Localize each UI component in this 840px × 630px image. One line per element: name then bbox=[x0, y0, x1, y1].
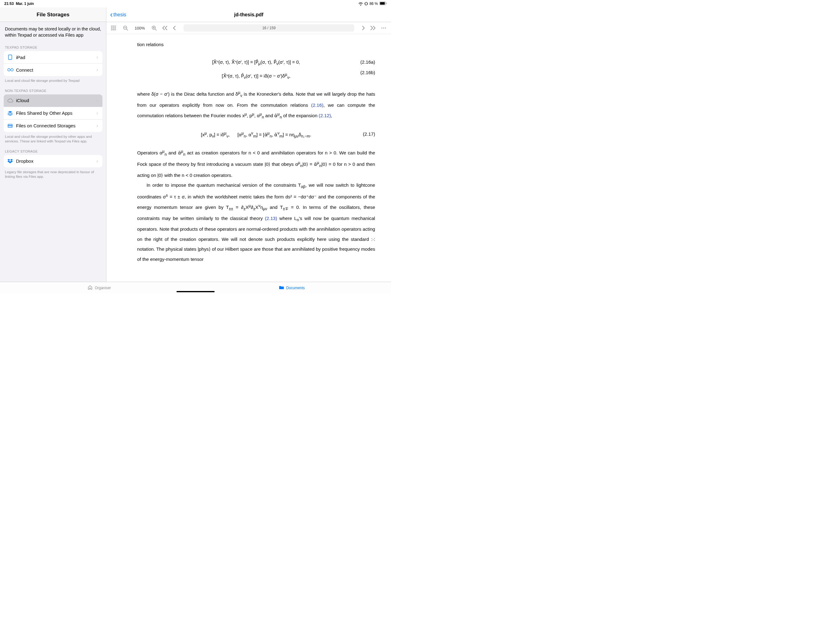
tab-label: Organiser bbox=[95, 286, 111, 290]
sidebar-item-dropbox[interactable]: Dropbox › bbox=[4, 155, 103, 167]
sidebar-item-label: Connect bbox=[16, 67, 96, 73]
equation-line: [X̂ᵘ(σ, τ), P̂ν(σ′, τ)] = iδ(σ − σ′)δµν, bbox=[137, 70, 375, 82]
document-title: jd-thesis.pdf bbox=[234, 12, 263, 17]
sync-icon bbox=[364, 2, 368, 6]
sidebar-title: File Storages bbox=[0, 7, 106, 22]
chevron-right-icon: › bbox=[96, 158, 98, 164]
svg-rect-2 bbox=[386, 2, 387, 4]
sidebar-item-label: Files on Connected Storages bbox=[16, 123, 96, 128]
dropbox-icon bbox=[7, 159, 16, 164]
cloud-icon bbox=[7, 98, 16, 103]
equation-block-216: [X̂ᵘ(σ, τ), X̂ᵛ(σ′, τ)] = [P̂µ(σ, τ), P̂… bbox=[137, 57, 375, 82]
tab-organiser[interactable]: Organiser bbox=[3, 285, 196, 291]
equation-line: [xµ, pν] = iδµν, [αµn, ανm] = [ᾱµn, ᾱνm]… bbox=[137, 129, 375, 141]
svg-point-24 bbox=[381, 27, 382, 28]
chevron-right-icon: › bbox=[96, 67, 98, 73]
pdf-paragraph: where δ(σ − σ′) is the Dirac delta funct… bbox=[137, 89, 375, 122]
zoom-level[interactable]: 100% bbox=[133, 26, 147, 30]
svg-rect-13 bbox=[115, 27, 116, 28]
sidebar-item-icloud[interactable]: iCloud › bbox=[4, 95, 103, 107]
svg-rect-15 bbox=[113, 29, 114, 30]
svg-rect-16 bbox=[115, 29, 116, 30]
svg-point-26 bbox=[385, 27, 386, 28]
back-button[interactable]: ‹ thesis bbox=[110, 12, 126, 17]
sidebar: File Storages Documents may be stored lo… bbox=[0, 7, 106, 282]
page-indicator[interactable]: 16 / 159 bbox=[183, 24, 354, 32]
chevron-right-icon: › bbox=[96, 98, 98, 103]
equation-number: (2.17) bbox=[363, 129, 375, 139]
svg-point-25 bbox=[383, 27, 384, 28]
folder-icon bbox=[279, 285, 284, 290]
prev-page-button[interactable] bbox=[171, 24, 177, 32]
ref-link[interactable]: (2.13) bbox=[265, 216, 277, 221]
svg-point-5 bbox=[8, 69, 10, 71]
ipad-icon bbox=[7, 54, 16, 60]
sidebar-item-files-connected[interactable]: Files on Connected Storages › bbox=[4, 120, 103, 132]
pdf-toolbar: 100% 16 / 159 bbox=[106, 22, 391, 34]
sidebar-item-label: Files Shared by Other Apps bbox=[16, 111, 96, 116]
tab-documents[interactable]: Documents bbox=[196, 285, 388, 290]
svg-rect-9 bbox=[113, 25, 114, 27]
section-header-nontexpad: NON-TEXPAD STORAGE bbox=[0, 83, 106, 95]
connect-icon bbox=[7, 68, 16, 72]
zoom-in-button[interactable] bbox=[150, 24, 158, 32]
svg-rect-10 bbox=[115, 25, 116, 27]
pdf-page: tion relations [X̂ᵘ(σ, τ), X̂ᵛ(σ′, τ)] =… bbox=[106, 34, 391, 264]
section-footer-texpad: Local and cloud file storage provided by… bbox=[0, 76, 106, 83]
equation-number: (2.16b) bbox=[360, 68, 375, 78]
tab-label: Documents bbox=[286, 286, 305, 290]
battery-percent: 86 % bbox=[369, 2, 378, 6]
svg-rect-1 bbox=[380, 2, 385, 5]
pdf-paragraph: In order to impose the quantum mechanica… bbox=[137, 180, 375, 264]
content-header: ‹ thesis jd-thesis.pdf bbox=[106, 7, 391, 22]
equation-number: (2.16a) bbox=[360, 57, 375, 67]
home-icon bbox=[88, 285, 93, 291]
thumbnail-grid-button[interactable] bbox=[109, 24, 118, 32]
svg-point-7 bbox=[11, 126, 12, 127]
sidebar-item-label: Dropbox bbox=[16, 158, 96, 164]
status-bar: 21:53 Mar. 1 juin 86 % bbox=[0, 0, 391, 7]
next-page-button[interactable] bbox=[360, 24, 366, 32]
sidebar-item-files-shared[interactable]: Files Shared by Other Apps › bbox=[4, 107, 103, 120]
last-page-button[interactable] bbox=[369, 24, 376, 32]
battery-icon bbox=[379, 2, 387, 6]
content-area: ‹ thesis jd-thesis.pdf 100% 16 / 159 bbox=[106, 7, 391, 282]
section-header-texpad: TEXPAD STORAGE bbox=[0, 40, 106, 51]
section-footer-nontexpad: Local and cloud file storage provided by… bbox=[0, 132, 106, 144]
pdf-paragraph: Operators αµn and ᾱµn act as creation op… bbox=[137, 147, 375, 180]
equation-line: [X̂ᵘ(σ, τ), X̂ᵛ(σ′, τ)] = [P̂µ(σ, τ), P̂… bbox=[137, 57, 375, 68]
chevron-right-icon: › bbox=[96, 111, 98, 116]
zoom-out-button[interactable] bbox=[121, 24, 130, 32]
svg-line-21 bbox=[155, 29, 156, 30]
pdf-text-fragment: tion relations bbox=[137, 40, 375, 50]
sidebar-descriptor: Documents may be stored locally or in th… bbox=[0, 22, 106, 40]
svg-rect-12 bbox=[113, 27, 114, 28]
svg-line-18 bbox=[126, 29, 128, 30]
svg-point-6 bbox=[11, 69, 13, 71]
layers-icon bbox=[7, 111, 16, 116]
sidebar-item-label: iCloud bbox=[16, 98, 96, 103]
sidebar-item-label: iPad bbox=[16, 55, 96, 60]
svg-rect-11 bbox=[111, 27, 112, 28]
chevron-right-icon: › bbox=[96, 54, 98, 60]
drive-icon bbox=[7, 123, 16, 128]
chevron-right-icon: › bbox=[96, 123, 98, 128]
home-indicator[interactable] bbox=[177, 291, 215, 292]
sidebar-item-ipad[interactable]: iPad › bbox=[4, 51, 103, 64]
svg-rect-8 bbox=[111, 25, 112, 27]
equation-block-217: [xµ, pν] = iδµν, [αµn, ανm] = [ᾱµn, ᾱνm]… bbox=[137, 129, 375, 141]
pdf-viewport[interactable]: tion relations [X̂ᵘ(σ, τ), X̂ᵛ(σ′, τ)] =… bbox=[106, 34, 391, 282]
section-header-legacy: LEGACY STORAGE bbox=[0, 144, 106, 155]
more-button[interactable] bbox=[379, 24, 388, 32]
ref-link[interactable]: (2.12) bbox=[319, 113, 331, 118]
sidebar-item-connect[interactable]: Connect › bbox=[4, 64, 103, 76]
status-time: 21:53 bbox=[4, 2, 14, 6]
wifi-icon bbox=[358, 2, 363, 6]
back-label: thesis bbox=[114, 12, 126, 17]
ref-link[interactable]: (2.16) bbox=[311, 103, 324, 108]
first-page-button[interactable] bbox=[161, 24, 168, 32]
section-footer-legacy: Legacy file storages that are now deprec… bbox=[0, 167, 106, 179]
chevron-left-icon: ‹ bbox=[110, 12, 113, 17]
status-date: Mar. 1 juin bbox=[16, 2, 34, 6]
svg-rect-14 bbox=[111, 29, 112, 30]
